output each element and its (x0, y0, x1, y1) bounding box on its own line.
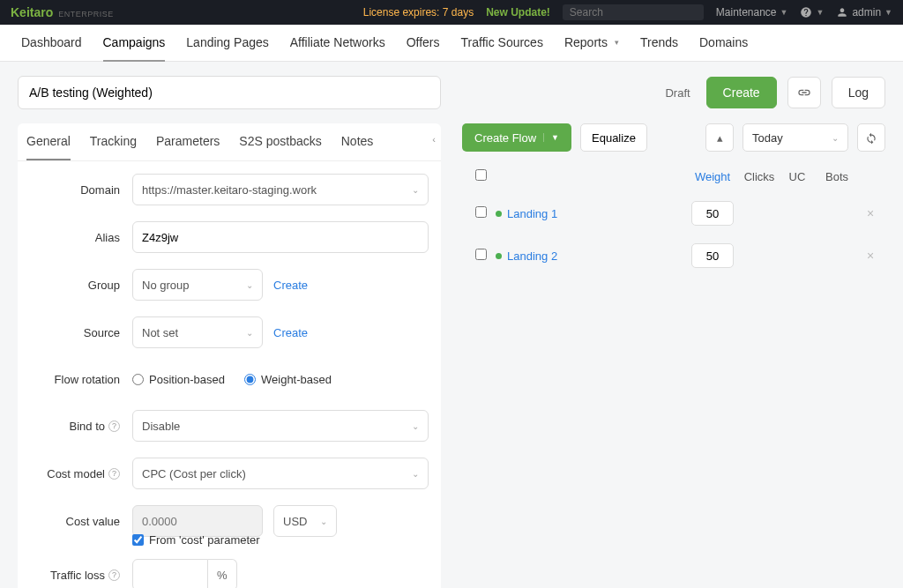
percent-suffix: % (208, 559, 237, 588)
nav-domains[interactable]: Domains (699, 25, 748, 62)
license-expiry: License expires: 7 days (363, 6, 474, 19)
topbar: Keitaro ENTERPRISE License expires: 7 da… (0, 0, 903, 25)
delete-row-button[interactable]: × (867, 206, 874, 220)
traffic-loss-input[interactable] (132, 559, 208, 588)
tab-tracking[interactable]: Tracking (90, 123, 137, 160)
col-bots: Bots (815, 170, 859, 183)
chevron-down-icon: ⌄ (412, 185, 419, 195)
alias-input[interactable] (132, 221, 429, 253)
topbar-right: License expires: 7 days New Update! Main… (363, 4, 892, 20)
chevron-down-icon: ⌄ (246, 280, 253, 290)
tab-parameters[interactable]: Parameters (156, 123, 220, 160)
chevron-down-icon: ⌄ (412, 469, 419, 479)
select-all-check[interactable] (475, 169, 487, 181)
nav-affiliate-networks[interactable]: Affiliate Networks (290, 25, 385, 62)
source-label: Source (30, 326, 132, 339)
content: Draft Create Log General Tracking Parame… (0, 62, 903, 588)
help-menu[interactable]: ▼ (800, 6, 824, 19)
nav-offers[interactable]: Offers (407, 25, 440, 62)
search-input[interactable] (570, 6, 702, 19)
flow-name-link[interactable]: Landing 2 (496, 249, 686, 263)
chevron-down-icon: ▼ (780, 8, 788, 17)
flows-panel: Create Flow ▼ Equalize ▴ Today ⌄ (462, 123, 885, 277)
traffic-loss-label: Traffic loss ? (30, 569, 132, 582)
chevron-down-icon: ▾ (615, 38, 619, 47)
domain-label: Domain (30, 183, 132, 197)
chevron-down-icon: ⌄ (832, 133, 839, 143)
col-uc: UC (780, 170, 815, 183)
help-icon[interactable]: ? (108, 468, 120, 480)
domain-select[interactable]: https://master.keitaro-staging.work ⌄ (132, 174, 429, 205)
row-check[interactable] (475, 206, 487, 218)
group-select[interactable]: No group ⌄ (132, 269, 263, 301)
cost-value-input (132, 505, 263, 537)
chevron-down-icon: ▼ (884, 8, 892, 17)
tab-general[interactable]: General (26, 123, 71, 160)
create-button[interactable]: Create (706, 77, 777, 108)
help-icon[interactable]: ? (108, 421, 120, 432)
cost-model-label: Cost model ? (30, 467, 132, 480)
create-flow-button[interactable]: Create Flow ▼ (462, 123, 571, 152)
log-button[interactable]: Log (832, 77, 885, 108)
cost-model-select[interactable]: CPC (Cost per click) ⌄ (132, 458, 429, 489)
rotation-label: Flow rotation (30, 373, 132, 386)
settings-tabs: General Tracking Parameters S2S postback… (18, 123, 441, 161)
flow-row: Landing 1 × (462, 192, 885, 234)
link-icon (797, 86, 811, 100)
flow-row: Landing 2 × (462, 234, 885, 277)
status-dot-icon (496, 253, 502, 259)
flows-toolbar: Create Flow ▼ Equalize ▴ Today ⌄ (462, 123, 885, 152)
delete-row-button[interactable]: × (867, 249, 874, 263)
row-check[interactable] (475, 249, 487, 260)
weight-input[interactable] (691, 201, 734, 226)
tab-s2s[interactable]: S2S postbacks (239, 123, 321, 160)
group-create-link[interactable]: Create (273, 279, 308, 292)
draft-status: Draft (665, 86, 690, 100)
col-clicks: Clicks (739, 170, 780, 183)
nav-traffic-sources[interactable]: Traffic Sources (461, 25, 543, 62)
link-button[interactable] (787, 77, 821, 108)
new-update-link[interactable]: New Update! (486, 6, 550, 19)
tab-notes[interactable]: Notes (341, 123, 374, 160)
col-weight[interactable]: Weight (686, 170, 739, 183)
currency-select[interactable]: USD ⌄ (273, 505, 337, 537)
nav-landing-pages[interactable]: Landing Pages (186, 25, 268, 62)
nav-campaigns[interactable]: Campaigns (103, 25, 166, 62)
brand: Keitaro ENTERPRISE (11, 5, 114, 19)
rotation-weight-radio[interactable]: Weight-based (244, 373, 332, 386)
settings-panel: General Tracking Parameters S2S postback… (18, 123, 441, 588)
help-icon (800, 6, 812, 19)
bind-select[interactable]: Disable ⌄ (132, 410, 429, 442)
refresh-icon (865, 131, 877, 144)
sort-toggle[interactable]: ▴ (705, 123, 734, 152)
refresh-button[interactable] (857, 123, 885, 152)
campaign-header-row: Draft Create Log (18, 76, 885, 109)
nav-dashboard[interactable]: Dashboard (21, 25, 82, 62)
general-form: Domain https://master.keitaro-staging.wo… (18, 161, 441, 588)
help-icon[interactable]: ? (108, 569, 120, 581)
weight-input[interactable] (691, 243, 734, 268)
source-create-link[interactable]: Create (273, 326, 308, 339)
source-select[interactable]: Not set ⌄ (132, 316, 263, 348)
chevron-down-icon: ⌄ (246, 328, 253, 338)
flow-header-row: Weight Clicks UC Bots (462, 164, 885, 192)
equalize-button[interactable]: Equalize (580, 123, 647, 152)
user-icon (836, 6, 848, 19)
flow-table: Weight Clicks UC Bots Landing 1 (462, 164, 885, 277)
maintenance-menu[interactable]: Maintenance ▼ (716, 6, 788, 19)
collapse-toggle[interactable]: ‹ (432, 134, 436, 145)
period-select[interactable]: Today ⌄ (743, 123, 848, 152)
campaign-name-input[interactable] (18, 76, 441, 109)
alias-label: Alias (30, 231, 132, 244)
flow-name-link[interactable]: Landing 1 (496, 207, 686, 220)
user-menu[interactable]: admin ▼ (836, 6, 892, 19)
nav-reports[interactable]: Reports▾ (564, 25, 619, 62)
chevron-down-icon: ⌄ (320, 517, 327, 526)
main-nav: Dashboard Campaigns Landing Pages Affili… (0, 25, 903, 62)
chevron-down-icon: ⌄ (412, 421, 419, 431)
rotation-position-radio[interactable]: Position-based (132, 373, 225, 386)
group-label: Group (30, 279, 132, 292)
global-search[interactable] (563, 4, 704, 20)
chevron-down-icon: ▼ (816, 8, 824, 17)
nav-trends[interactable]: Trends (640, 25, 678, 62)
